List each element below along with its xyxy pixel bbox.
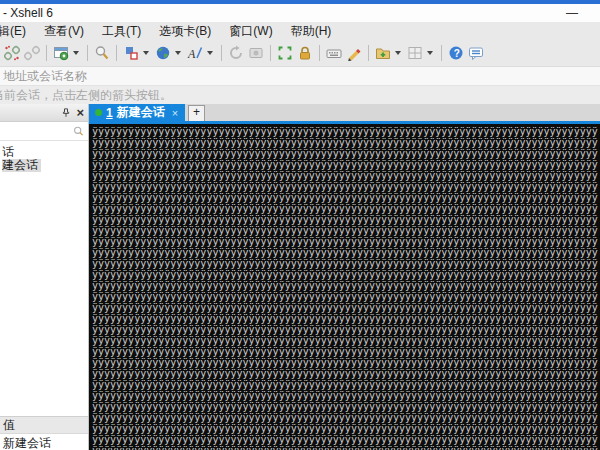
tab-strip: 1 新建会话 × +: [89, 104, 600, 121]
terminal-line: ÿÿÿÿÿÿÿÿÿÿÿÿÿÿÿÿÿÿÿÿÿÿÿÿÿÿÿÿÿÿÿÿÿÿÿÿÿÿÿÿ…: [92, 313, 600, 324]
new-transfer-icon[interactable]: [121, 43, 153, 63]
terminal-line: ÿÿÿÿÿÿÿÿÿÿÿÿÿÿÿÿÿÿÿÿÿÿÿÿÿÿÿÿÿÿÿÿÿÿÿÿÿÿÿÿ…: [92, 181, 600, 192]
tree-item-new-session[interactable]: 建会话: [0, 159, 88, 172]
window-title: - Xshell 6: [3, 6, 53, 20]
info-text: 当前会话，点击左侧的箭头按钮。: [0, 87, 172, 104]
toolbar-separator: [87, 45, 88, 61]
terminal-line: ÿÿÿÿÿÿÿÿÿÿÿÿÿÿÿÿÿÿÿÿÿÿÿÿÿÿÿÿÿÿÿÿÿÿÿÿÿÿÿÿ…: [92, 357, 600, 368]
web-browser-icon[interactable]: [153, 43, 185, 63]
menu-item-view[interactable]: 查看(V): [35, 23, 93, 40]
menu-item-edit[interactable]: 辑(E): [0, 23, 35, 40]
terminal-line: ÿÿÿÿÿÿÿÿÿÿÿÿÿÿÿÿÿÿÿÿÿÿÿÿÿÿÿÿÿÿÿÿÿÿÿÿÿÿÿÿ…: [92, 434, 600, 445]
new-session-folder-icon[interactable]: [373, 43, 405, 63]
capture-screen-icon[interactable]: [246, 43, 266, 63]
toolbar: A: [0, 40, 600, 67]
lock-screen-icon[interactable]: [295, 43, 315, 63]
connected-status-icon: [95, 109, 102, 116]
terminal-line: ÿÿÿÿÿÿÿÿÿÿÿÿÿÿÿÿÿÿÿÿÿÿÿÿÿÿÿÿÿÿÿÿÿÿÿÿÿÿÿÿ…: [92, 258, 600, 269]
terminal-line: ÿÿÿÿÿÿÿÿÿÿÿÿÿÿÿÿÿÿÿÿÿÿÿÿÿÿÿÿÿÿÿÿÿÿÿÿÿÿÿÿ…: [92, 192, 600, 203]
menu-item-window[interactable]: 窗口(W): [220, 23, 281, 40]
minimize-button[interactable]: —: [566, 7, 578, 19]
help-icon[interactable]: ?: [446, 43, 466, 63]
terminal-line: ÿÿÿÿÿÿÿÿÿÿÿÿÿÿÿÿÿÿÿÿÿÿÿÿÿÿÿÿÿÿÿÿÿÿÿÿÿÿÿÿ…: [92, 423, 600, 434]
panel-close-button[interactable]: ×: [76, 106, 84, 119]
terminal-line: ÿÿÿÿÿÿÿÿÿÿÿÿÿÿÿÿÿÿÿÿÿÿÿÿÿÿÿÿÿÿÿÿÿÿÿÿÿÿÿÿ…: [92, 379, 600, 390]
terminal-line: ÿÿÿÿÿÿÿÿÿÿÿÿÿÿÿÿÿÿÿÿÿÿÿÿÿÿÿÿÿÿÿÿÿÿÿÿÿÿÿÿ…: [92, 170, 600, 181]
titlebar: - Xshell 6 —: [0, 4, 600, 22]
tab-title: 新建会话: [117, 104, 165, 121]
terminal-line: ÿÿÿÿÿÿÿÿÿÿÿÿÿÿÿÿÿÿÿÿÿÿÿÿÿÿÿÿÿÿÿÿÿÿÿÿÿÿÿÿ…: [92, 335, 600, 346]
terminal-line: ÿÿÿÿÿÿÿÿÿÿÿÿÿÿÿÿÿÿÿÿÿÿÿÿÿÿÿÿÿÿÿÿÿÿÿÿÿÿÿÿ…: [92, 247, 600, 258]
dropdown-arrow-icon[interactable]: [395, 51, 401, 55]
terminal-line: ÿÿÿÿÿÿÿÿÿÿÿÿÿÿÿÿÿÿÿÿÿÿÿÿÿÿÿÿÿÿÿÿÿÿÿÿÿÿÿÿ…: [92, 324, 600, 335]
address-input[interactable]: [0, 69, 600, 83]
disconnect-icon[interactable]: [22, 43, 42, 63]
session-manager-panel: × 话 建会话 值 新建会话: [0, 104, 89, 450]
reconnect-icon[interactable]: [2, 43, 22, 63]
menu-item-tools[interactable]: 工具(T): [93, 23, 150, 40]
tree-item-all-sessions[interactable]: 话: [0, 146, 88, 159]
svg-text:A: A: [187, 47, 196, 61]
terminal-line: ÿÿÿÿÿÿÿÿÿÿÿÿÿÿÿÿÿÿÿÿÿÿÿÿÿÿÿÿÿÿÿÿÿÿÿÿÿÿÿÿ…: [92, 203, 600, 214]
compose-icon[interactable]: [226, 43, 246, 63]
main-area: × 话 建会话 值 新建会话: [0, 104, 600, 450]
terminal-line: ÿÿÿÿÿÿÿÿÿÿÿÿÿÿÿÿÿÿÿÿÿÿÿÿÿÿÿÿÿÿÿÿÿÿÿÿÿÿÿÿ…: [92, 280, 600, 291]
tab-close-icon[interactable]: ×: [172, 107, 178, 119]
terminal-line: ÿÿÿÿÿÿÿÿÿÿÿÿÿÿÿÿÿÿÿÿÿÿÿÿÿÿÿÿÿÿÿÿÿÿÿÿÿÿÿÿ…: [92, 236, 600, 247]
terminal-line: ÿÿÿÿÿÿÿÿÿÿÿÿÿÿÿÿÿÿÿÿÿÿÿÿÿÿÿÿÿÿÿÿÿÿÿÿÿÿÿÿ…: [92, 225, 600, 236]
dropdown-arrow-icon[interactable]: [175, 51, 181, 55]
highlight-pen-icon[interactable]: [344, 43, 364, 63]
toolbar-separator: [441, 45, 442, 61]
properties-value-row[interactable]: 新建会话: [0, 434, 88, 450]
feedback-icon[interactable]: [466, 43, 486, 63]
full-screen-icon[interactable]: [275, 43, 295, 63]
panel-empty-space: [0, 172, 88, 416]
dropdown-arrow-icon[interactable]: [207, 51, 213, 55]
panel-header: ×: [0, 104, 88, 122]
info-bar: 当前会话，点击左侧的箭头按钮。: [0, 86, 600, 104]
terminal-line: ÿÿÿÿÿÿÿÿÿÿÿÿÿÿÿÿÿÿÿÿÿÿÿÿÿÿÿÿÿÿÿÿÿÿÿÿÿÿÿÿ…: [92, 445, 600, 450]
dropdown-arrow-icon[interactable]: [73, 51, 79, 55]
session-dialog-icon[interactable]: [51, 43, 83, 63]
properties-value-header: 值: [0, 416, 88, 434]
toolbar-separator: [116, 45, 117, 61]
terminal-line: ÿÿÿÿÿÿÿÿÿÿÿÿÿÿÿÿÿÿÿÿÿÿÿÿÿÿÿÿÿÿÿÿÿÿÿÿÿÿÿÿ…: [92, 412, 600, 423]
toolbar-separator: [368, 45, 369, 61]
terminal-line: ÿÿÿÿÿÿÿÿÿÿÿÿÿÿÿÿÿÿÿÿÿÿÿÿÿÿÿÿÿÿÿÿÿÿÿÿÿÿÿÿ…: [92, 368, 600, 379]
tile-layout-icon[interactable]: [405, 43, 437, 63]
tab-number: 1: [106, 106, 113, 120]
menubar: 辑(E) 查看(V) 工具(T) 选项卡(B) 窗口(W) 帮助(H): [0, 22, 600, 40]
terminal-line: ÿÿÿÿÿÿÿÿÿÿÿÿÿÿÿÿÿÿÿÿÿÿÿÿÿÿÿÿÿÿÿÿÿÿÿÿÿÿÿÿ…: [92, 214, 600, 225]
toolbar-separator: [270, 45, 271, 61]
terminal-output[interactable]: ÿÿÿÿÿÿÿÿÿÿÿÿÿÿÿÿÿÿÿÿÿÿÿÿÿÿÿÿÿÿÿÿÿÿÿÿÿÿÿÿ…: [89, 124, 600, 450]
terminal-line: ÿÿÿÿÿÿÿÿÿÿÿÿÿÿÿÿÿÿÿÿÿÿÿÿÿÿÿÿÿÿÿÿÿÿÿÿÿÿÿÿ…: [92, 159, 600, 170]
menu-item-tab[interactable]: 选项卡(B): [150, 23, 220, 40]
terminal-line: ÿÿÿÿÿÿÿÿÿÿÿÿÿÿÿÿÿÿÿÿÿÿÿÿÿÿÿÿÿÿÿÿÿÿÿÿÿÿÿÿ…: [92, 291, 600, 302]
keyboard-input-icon[interactable]: [324, 43, 344, 63]
menu-item-help[interactable]: 帮助(H): [282, 23, 341, 40]
dropdown-arrow-icon[interactable]: [143, 51, 149, 55]
terminal-column: 1 新建会话 × + ÿÿÿÿÿÿÿÿÿÿÿÿÿÿÿÿÿÿÿÿÿÿÿÿÿÿÿÿÿ…: [89, 104, 600, 450]
new-tab-button[interactable]: +: [188, 105, 205, 122]
search-icon[interactable]: [72, 125, 85, 138]
pin-icon[interactable]: [60, 107, 72, 119]
terminal-line: ÿÿÿÿÿÿÿÿÿÿÿÿÿÿÿÿÿÿÿÿÿÿÿÿÿÿÿÿÿÿÿÿÿÿÿÿÿÿÿÿ…: [92, 148, 600, 159]
terminal-line: ÿÿÿÿÿÿÿÿÿÿÿÿÿÿÿÿÿÿÿÿÿÿÿÿÿÿÿÿÿÿÿÿÿÿÿÿÿÿÿÿ…: [92, 401, 600, 412]
terminal-line: ÿÿÿÿÿÿÿÿÿÿÿÿÿÿÿÿÿÿÿÿÿÿÿÿÿÿÿÿÿÿÿÿÿÿÿÿÿÿÿÿ…: [92, 302, 600, 313]
address-bar: [0, 67, 600, 86]
session-tab[interactable]: 1 新建会话 ×: [89, 104, 185, 121]
xshell-window: - Xshell 6 — 辑(E) 查看(V) 工具(T) 选项卡(B) 窗口(…: [0, 0, 600, 450]
terminal-line: ÿÿÿÿÿÿÿÿÿÿÿÿÿÿÿÿÿÿÿÿÿÿÿÿÿÿÿÿÿÿÿÿÿÿÿÿÿÿÿÿ…: [92, 126, 600, 137]
svg-text:?: ?: [454, 48, 460, 59]
find-icon[interactable]: [92, 43, 112, 63]
terminal-line: ÿÿÿÿÿÿÿÿÿÿÿÿÿÿÿÿÿÿÿÿÿÿÿÿÿÿÿÿÿÿÿÿÿÿÿÿÿÿÿÿ…: [92, 346, 600, 357]
dropdown-arrow-icon[interactable]: [427, 51, 433, 55]
terminal-line: ÿÿÿÿÿÿÿÿÿÿÿÿÿÿÿÿÿÿÿÿÿÿÿÿÿÿÿÿÿÿÿÿÿÿÿÿÿÿÿÿ…: [92, 269, 600, 280]
session-tree: 话 建会话: [0, 141, 88, 172]
session-properties: 值 新建会话: [0, 416, 88, 450]
terminal-line: ÿÿÿÿÿÿÿÿÿÿÿÿÿÿÿÿÿÿÿÿÿÿÿÿÿÿÿÿÿÿÿÿÿÿÿÿÿÿÿÿ…: [92, 137, 600, 148]
terminal-line: ÿÿÿÿÿÿÿÿÿÿÿÿÿÿÿÿÿÿÿÿÿÿÿÿÿÿÿÿÿÿÿÿÿÿÿÿÿÿÿÿ…: [92, 390, 600, 401]
session-search-row: [0, 122, 88, 141]
session-search-input[interactable]: [3, 124, 72, 138]
font-icon[interactable]: A: [185, 43, 217, 63]
